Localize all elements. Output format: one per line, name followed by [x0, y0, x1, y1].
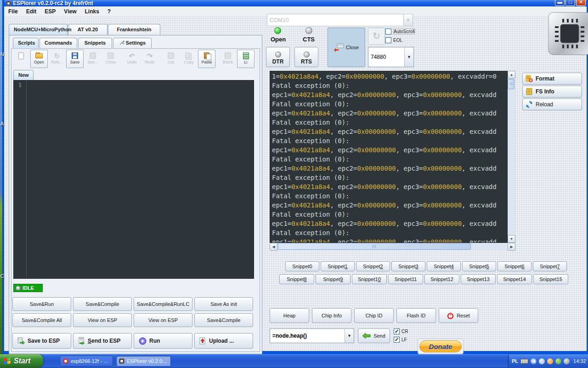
action-save-run[interactable]: Save&Run — [12, 297, 71, 311]
flash-id-button[interactable]: Flash ID — [396, 308, 436, 323]
snippet-button-snippet5[interactable]: Snippet5 — [462, 261, 496, 271]
minimize-button[interactable]: ▬ — [555, 0, 565, 6]
toolbar-cut-button[interactable]: Cut — [162, 50, 180, 68]
menu-esp[interactable]: ESP — [40, 6, 60, 15]
scroll-left-icon[interactable]: ◀ — [270, 243, 277, 251]
run-button[interactable]: Run — [134, 333, 192, 349]
toolbar-redo-button[interactable]: ↷Redo — [141, 50, 158, 68]
language-indicator[interactable]: PL — [512, 358, 518, 364]
snippet-button-snippet6[interactable]: Snippet6 — [498, 261, 531, 271]
snippet-button-snippet13[interactable]: Snippet13 — [461, 274, 496, 284]
sub-tab-scripts[interactable]: Scripts — [13, 38, 39, 48]
menu-edit[interactable]: Edit — [22, 6, 41, 15]
vscroll-thumb[interactable] — [508, 79, 514, 89]
snippet-button-snippet14[interactable]: Snippet14 — [497, 274, 532, 284]
scroll-down-icon[interactable]: ▼ — [508, 235, 515, 243]
serial-close-button[interactable]: Close — [328, 28, 365, 67]
snippet-button-snippet1[interactable]: Snippet1 — [321, 261, 355, 271]
toolbar-close-file-button[interactable]: Close — [102, 50, 119, 68]
toolbar-save-button[interactable]: Save — [66, 50, 84, 68]
sub-tab-snippets[interactable]: Snippets — [78, 38, 112, 48]
main-tab-frankenshtein[interactable]: Frankenshtein — [108, 24, 160, 35]
toolbar-block-button[interactable]: Block — [219, 50, 237, 68]
dtr-button[interactable]: DTR — [266, 47, 290, 67]
snippet-button-snippet0[interactable]: Snippet0 — [285, 261, 319, 271]
snippet-button-snippet8[interactable]: Snippet8 — [279, 274, 314, 284]
scroll-up-icon[interactable]: ▲ — [508, 71, 515, 79]
start-button[interactable]: Start — [0, 354, 43, 368]
snippet-button-snippet2[interactable]: Snippet2 — [356, 261, 390, 271]
send-button[interactable]: Send — [358, 328, 390, 343]
action-view-on-esp[interactable]: View on ESP — [134, 313, 192, 327]
close-window-button[interactable]: ✕ — [576, 0, 586, 6]
snippet-button-snippet3[interactable]: Snippet3 — [391, 261, 425, 271]
toolbar-save-as-button[interactable]: Sav... — [84, 50, 102, 68]
serial-terminal[interactable]: 1=0x4021a8a4, epc2=0x00000000, epc3=0x00… — [270, 71, 508, 243]
snippet-button-snippet12[interactable]: Snippet12 — [424, 274, 459, 284]
save-to-esp-button[interactable]: Save to ESP — [12, 333, 71, 349]
tray-update-icon[interactable] — [547, 358, 553, 364]
tray-antivirus-icon[interactable] — [555, 358, 561, 364]
toolbar-copy-button[interactable]: Copy — [180, 50, 198, 68]
action-save-compile-all[interactable]: Save&Compile All — [12, 313, 71, 327]
snippet-button-snippet15[interactable]: Snippet15 — [533, 274, 568, 284]
action-save-compile[interactable]: Save&Compile — [73, 297, 132, 311]
com-port-select[interactable]: COM10 ▼ — [267, 14, 413, 26]
reload-button[interactable]: Reload — [522, 98, 582, 110]
fs-info-button[interactable]: FS Info — [522, 86, 582, 98]
tray-volume-icon[interactable] — [564, 358, 570, 364]
rts-button[interactable]: RTS — [294, 47, 318, 67]
action-view-on-esp[interactable]: View on ESP — [73, 313, 132, 327]
toolbar-paste-button[interactable]: Paste — [198, 50, 215, 68]
format-button[interactable]: Format — [522, 73, 582, 85]
lf-option[interactable]: ✓ LF — [394, 337, 407, 343]
action-save-as-init[interactable]: Save As init — [194, 297, 253, 311]
terminal-vscrollbar[interactable]: ▲ ▼ — [508, 71, 515, 243]
refresh-ports-button[interactable]: ↻ — [368, 28, 385, 45]
menu-view[interactable]: View — [60, 6, 80, 15]
cr-option[interactable]: ✓ CR — [394, 328, 408, 334]
title-bar[interactable]: ESPlorer v0.2.0-rc2 by 4refr0nt ▬ □ ✕ — [4, 0, 587, 6]
hscroll-thumb[interactable] — [278, 243, 471, 250]
toolbar-reload-button[interactable]: ↻Relo... — [48, 50, 66, 68]
sub-tab-commands[interactable]: Commands — [40, 38, 77, 48]
editor-tab-new[interactable]: New — [13, 70, 34, 80]
baud-rate-select[interactable]: 74880 ▼ — [368, 47, 414, 67]
menu-file[interactable]: File — [4, 6, 22, 15]
send-to-esp-button[interactable]: Send to ESP — [73, 333, 132, 349]
chip-info-button[interactable]: Chip Info — [312, 308, 351, 323]
taskbar-task-esplorer[interactable]: ESPlorer v0.2.0-rc2 b... — [116, 356, 171, 367]
sub-tab-settings[interactable]: Settings — [113, 38, 152, 48]
snippet-button-snippet10[interactable]: Snippet10 — [352, 274, 387, 284]
lf-checkbox[interactable]: ✓ — [394, 337, 400, 343]
code-editor[interactable]: 1 — [13, 80, 254, 279]
snippet-button-snippet11[interactable]: Snippet11 — [388, 274, 423, 284]
action-save-compile[interactable]: Save&Compile — [194, 313, 253, 327]
main-tab-nodemcu-micropython[interactable]: NodeMCU+MicroPython — [9, 24, 68, 35]
heap-button[interactable]: Heap — [270, 308, 309, 323]
snippet-button-snippet9[interactable]: Snippet9 — [316, 274, 351, 284]
keyboard-layout-icon[interactable] — [520, 359, 528, 364]
eol-option[interactable]: EOL — [385, 37, 402, 43]
eol-checkbox[interactable] — [385, 37, 391, 43]
cr-checkbox[interactable]: ✓ — [394, 328, 400, 334]
snippet-button-snippet4[interactable]: Snippet4 — [427, 261, 461, 271]
toolbar-new-file-button[interactable] — [12, 50, 30, 68]
menu-links[interactable]: Links — [81, 6, 103, 15]
action-save-compile-runlc[interactable]: Save&Compile&RunLC — [134, 297, 192, 311]
tray-collapse-icon[interactable]: ◀ — [531, 358, 537, 364]
menu-[interactable]: ? — [103, 6, 115, 15]
maximize-button[interactable]: □ — [565, 0, 575, 6]
toolbar-undo-button[interactable]: ↶Undo — [123, 50, 141, 68]
command-input[interactable]: =node.heap() ▼ — [270, 328, 354, 343]
autoscroll-checkbox[interactable] — [385, 29, 391, 34]
autoscroll-option[interactable]: AutoScroll — [385, 29, 415, 34]
reset-button[interactable]: Reset — [439, 308, 478, 323]
snippet-button-snippet7[interactable]: Snippet7 — [533, 261, 567, 271]
chip-id-button[interactable]: Chip ID — [354, 308, 394, 323]
main-tab-at-v0-20[interactable]: AT v0.20 — [68, 24, 107, 35]
scroll-right-icon[interactable]: ▶ — [508, 243, 515, 251]
donate-button[interactable]: Donate — [418, 339, 464, 354]
toolbar-lines-button[interactable]: Li — [237, 50, 254, 68]
tray-network-icon[interactable] — [539, 358, 545, 364]
